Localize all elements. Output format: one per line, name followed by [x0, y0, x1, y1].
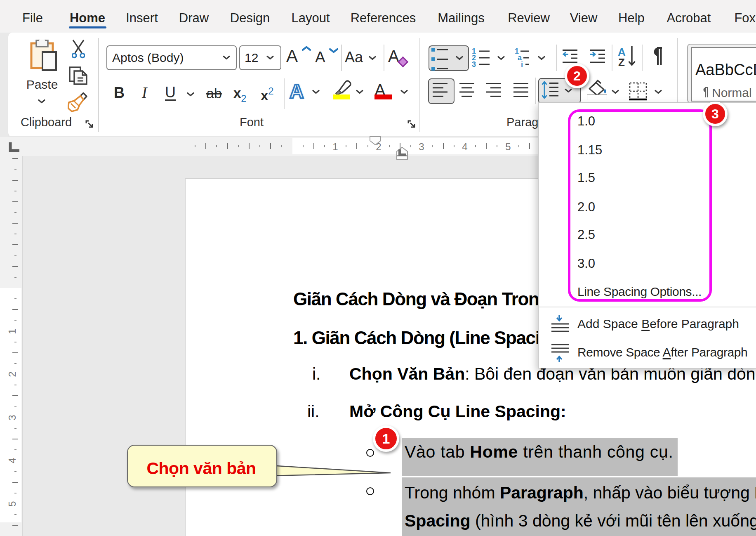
svg-text:i: i: [521, 60, 523, 68]
svg-text:Z: Z: [618, 56, 625, 68]
svg-text:3: 3: [472, 60, 476, 68]
